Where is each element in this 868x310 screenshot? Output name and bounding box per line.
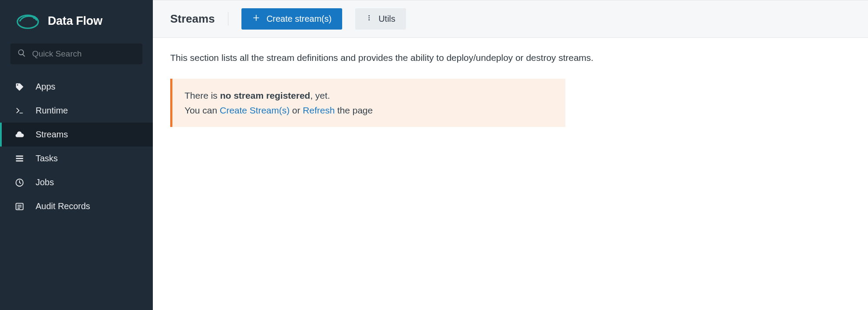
- terminal-icon: [15, 106, 24, 116]
- nav-label: Apps: [36, 82, 56, 92]
- empty-text: , yet.: [310, 90, 330, 100]
- dots-vertical-icon: [366, 13, 373, 24]
- section-description: This section lists all the stream defini…: [170, 53, 851, 63]
- svg-point-11: [368, 19, 370, 20]
- cloud-icon: [15, 130, 24, 140]
- main-area: Streams Create stream(s) Utils This sect…: [153, 0, 868, 310]
- search-input[interactable]: [32, 49, 135, 59]
- create-stream-label: Create stream(s): [267, 14, 332, 24]
- empty-line2: You can Create Stream(s) or Refresh the …: [185, 103, 553, 118]
- page-title: Streams: [170, 12, 228, 26]
- plus-icon: [252, 13, 261, 24]
- nav-item-runtime[interactable]: Runtime: [0, 99, 153, 123]
- nav-label: Tasks: [36, 153, 58, 163]
- nav-item-apps[interactable]: Apps: [0, 75, 153, 99]
- create-stream-link[interactable]: Create Stream(s): [220, 105, 290, 115]
- nav-label: Streams: [36, 130, 68, 140]
- nav-item-jobs[interactable]: Jobs: [0, 170, 153, 194]
- quick-search[interactable]: [10, 43, 142, 64]
- search-icon: [17, 49, 26, 59]
- svg-rect-2: [16, 158, 23, 159]
- empty-text: You can: [185, 105, 220, 115]
- clock-icon: [15, 178, 24, 187]
- svg-rect-1: [16, 155, 23, 157]
- brand-row: Data Flow: [0, 0, 153, 40]
- nav-list: Apps Runtime Streams Tasks Jobs: [0, 75, 153, 218]
- utils-label: Utils: [379, 14, 396, 24]
- brand-logo-icon: [16, 12, 40, 30]
- utils-button[interactable]: Utils: [355, 8, 406, 30]
- tasks-icon: [15, 154, 24, 163]
- topbar: Streams Create stream(s) Utils: [153, 0, 868, 38]
- nav-label: Audit Records: [36, 201, 90, 211]
- nav-item-streams[interactable]: Streams: [0, 123, 153, 147]
- empty-text: or: [290, 105, 303, 115]
- nav-label: Jobs: [36, 177, 54, 187]
- empty-state: There is no stream registered, yet. You …: [170, 79, 565, 127]
- nav-label: Runtime: [36, 106, 68, 116]
- nav-item-audit[interactable]: Audit Records: [0, 194, 153, 218]
- tag-icon: [15, 82, 24, 92]
- empty-text: the page: [335, 105, 373, 115]
- sidebar: Data Flow Apps Runtime Streams: [0, 0, 153, 310]
- svg-point-9: [368, 15, 370, 17]
- empty-text: There is: [185, 90, 220, 100]
- svg-rect-3: [16, 160, 23, 161]
- refresh-link[interactable]: Refresh: [303, 105, 335, 115]
- brand-name: Data Flow: [48, 14, 102, 28]
- empty-line1: There is no stream registered, yet.: [185, 88, 553, 103]
- empty-strong: no stream registered: [220, 90, 310, 100]
- create-stream-button[interactable]: Create stream(s): [241, 8, 342, 30]
- content: This section lists all the stream defini…: [153, 38, 868, 142]
- list-icon: [15, 202, 24, 211]
- svg-point-10: [368, 17, 370, 19]
- nav-item-tasks[interactable]: Tasks: [0, 147, 153, 170]
